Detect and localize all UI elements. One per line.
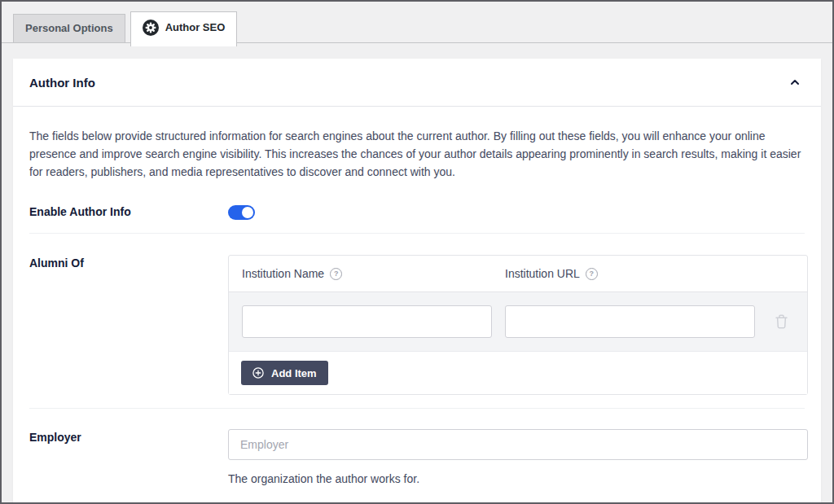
institution-name-input[interactable] — [242, 305, 492, 338]
divider — [29, 408, 805, 409]
employer-help-text: The organization the author works for. — [228, 472, 808, 485]
alumni-of-field: Institution Name ? Institution URL ? — [228, 255, 808, 395]
collapse-card-button[interactable] — [785, 72, 805, 92]
enable-author-info-label: Enable Author Info — [29, 204, 228, 218]
tab-bar: Personal Options Author SEO — [2, 2, 832, 43]
enable-author-info-row: Enable Author Info — [29, 204, 805, 220]
column-institution-name: Institution Name ? — [242, 267, 492, 280]
aioseo-gear-icon — [143, 20, 159, 36]
alumni-table-row — [229, 292, 807, 352]
tab-author-seo[interactable]: Author SEO — [130, 11, 238, 46]
section-description: The fields below provide structured info… — [29, 127, 805, 181]
tab-personal-options[interactable]: Personal Options — [13, 14, 125, 43]
institution-name-header-label: Institution Name — [242, 267, 324, 280]
employer-field: The organization the author works for. — [228, 429, 808, 485]
employer-row: Employer The organization the author wor… — [29, 429, 805, 485]
card-header: Author Info — [13, 59, 821, 107]
chevron-up-icon — [789, 77, 801, 88]
institution-url-header-label: Institution URL — [505, 267, 580, 280]
alumni-of-label: Alumni Of — [29, 255, 228, 270]
help-icon[interactable]: ? — [586, 268, 598, 280]
trash-icon — [775, 314, 788, 329]
divider — [29, 233, 805, 234]
enable-author-info-toggle[interactable] — [228, 205, 255, 220]
toggle-knob — [242, 207, 253, 218]
page-title: Author Info — [29, 76, 95, 90]
institution-url-input[interactable] — [505, 305, 755, 338]
employer-input[interactable] — [228, 429, 808, 460]
add-item-button-label: Add Item — [271, 367, 317, 379]
alumni-table-header: Institution Name ? Institution URL ? — [229, 256, 807, 292]
alumni-table: Institution Name ? Institution URL ? — [228, 255, 808, 395]
alumni-of-row: Alumni Of Institution Name ? Institution… — [29, 255, 805, 395]
help-icon[interactable]: ? — [330, 268, 342, 280]
delete-row-button[interactable] — [768, 314, 794, 329]
card-body: The fields below provide structured info… — [13, 107, 821, 502]
column-institution-url: Institution URL ? — [505, 267, 755, 280]
plus-circle-icon — [252, 367, 264, 379]
tab-personal-options-label: Personal Options — [25, 22, 113, 35]
author-info-card: Author Info The fields below provide str… — [13, 59, 821, 502]
enable-author-info-field — [228, 204, 805, 220]
tab-author-seo-label: Author SEO — [165, 21, 226, 34]
alumni-table-footer: Add Item — [229, 352, 807, 394]
add-item-button[interactable]: Add Item — [241, 361, 328, 385]
employer-label: Employer — [29, 429, 228, 444]
